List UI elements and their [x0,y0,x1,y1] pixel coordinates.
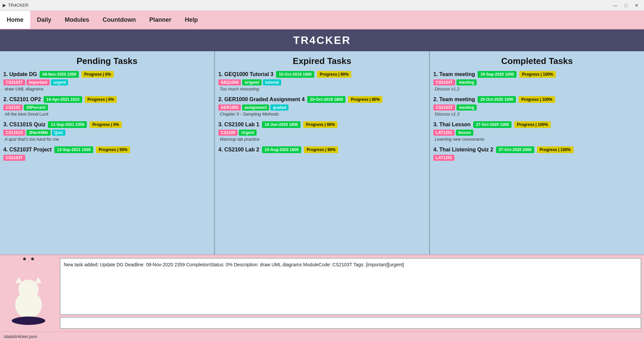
task-description: A quiz that's too hard for me [3,137,211,142]
task-column-0: Pending Tasks1. Update DG08-Nov-2020 235… [0,51,215,255]
tag: Quiz [52,130,65,136]
task-name: 2. GER1000 Graded Assignment 4 [218,96,305,103]
task-name: 4. CS2100 Lab 2 [218,147,259,153]
task-name: 1. Update DG [3,71,37,77]
progress-badge: Progress | 100% [519,71,556,78]
title-bar: ▶ TR4CKER — □ ✕ [0,0,644,11]
task-description: Chapter 3 - Sampling Methods [218,112,426,117]
task-name: 3. CS1101S Quiz [3,122,45,128]
tag-row: CS1101S2Hard4MeQuiz [3,130,211,136]
tag: CS2103T [433,105,455,111]
task-item: 2. GER1000 Graded Assignment 420-Oct-201… [218,96,426,117]
nav-item-countdown[interactable]: Countdown [96,11,143,29]
tag: CS2100 [218,130,237,136]
progress-badge: Progress | 80% [348,96,382,103]
minimize-button[interactable]: — [610,1,620,9]
task-description: Too much reasoning [218,86,426,91]
task-item: 1. Team meeting19-Sep-2020 1000Progress … [433,71,641,91]
deadline-badge: 10-Jun-2020 1800 [262,121,301,128]
tag: meeting [457,79,477,85]
tag-row: CS2103Tmeeting [433,105,641,111]
deadline-badge: 13-Sep-2021 1500 [54,146,93,153]
deadline-badge: 27-Oct-2020 2000 [496,146,534,153]
tag: CS2103T [433,79,455,85]
title-bar-app-name: TR4CKER [8,3,29,8]
app-title: TR4CKER [293,34,351,46]
task-item: 3. CS2100 Lab 110-Jun-2020 1800Progress … [218,121,426,142]
nav-item-modules[interactable]: Modules [58,11,96,29]
tag-row: CS2103T [3,155,211,161]
task-item: 4. CS2100 Lab 210-Aug-2020 1800Progress … [218,146,426,153]
tag-row: GER1000assignmentgraded [218,105,426,111]
nav-item-home[interactable]: Home [0,11,30,29]
close-button[interactable]: ✕ [632,1,641,9]
task-header-row: 4. CS2100 Lab 210-Aug-2020 1800Progress … [218,146,426,153]
task-item: 2. CS2101 OP214-Apr-2021 1010Progress | … [3,96,211,117]
tag: graded [270,105,288,111]
app-icon: ▶ [3,3,6,8]
main-content: Pending Tasks1. Update DG08-Nov-2020 235… [0,51,644,255]
task-description: Warmup lab practice [218,137,426,142]
task-header-row: 2. GER1000 Graded Assignment 420-Oct-201… [218,96,426,103]
column-body-0: 1. Update DG08-Nov-2020 2359Progress | 0… [0,70,214,255]
task-item: 3. Thai Lesson27-Oct-2020 1000Progress |… [433,121,641,142]
tag: 20Percent [24,105,48,111]
tag: GER1000 [218,105,241,111]
tag: CS1101S [3,130,25,136]
task-description: Learning new consonants [433,137,641,142]
task-name: 4. CS2103T Project [3,147,52,153]
tag: GEQ1000 [218,79,241,85]
mascot-ear-right [35,277,42,283]
tag: origami [242,79,261,85]
title-bar-controls: — □ ✕ [610,1,641,9]
deadline-badge: 10-Oct-2019 1800 [276,71,314,78]
column-header-0: Pending Tasks [0,51,214,70]
task-header-row: 3. CS2100 Lab 110-Jun-2020 1800Progress … [218,121,426,128]
tag-row: CS2103Tmeeting [433,79,641,85]
deadline-badge: 14-Apr-2021 1010 [44,96,82,103]
task-item: 2. Team meeting25-Oct-2020 1000Progress … [433,96,641,117]
column-body-2: 1. Team meeting19-Sep-2020 1000Progress … [430,70,644,255]
column-body-1: 1. GEQ1000 Tutorial 310-Oct-2019 1800Pro… [215,70,429,255]
log-area: New task added: Update DG Deadline: 08-N… [57,255,644,332]
task-item: 1. GEQ1000 Tutorial 310-Oct-2019 1800Pro… [218,71,426,91]
tag: Urgent [239,130,257,136]
task-header-row: 3. Thai Lesson27-Oct-2020 1000Progress |… [433,121,641,128]
nav-item-planner[interactable]: Planner [143,11,178,29]
title-bar-left: ▶ TR4CKER [3,3,29,8]
progress-badge: Progress | 0% [90,121,121,128]
progress-badge: Progress | 100% [537,146,574,153]
progress-badge: Progress | 90% [303,121,337,128]
progress-badge: Progress | 50% [96,146,130,153]
status-path: .\data\tr4cker.json [3,334,37,339]
mascot-area [0,255,57,332]
tag: urgent [51,79,68,85]
task-header-row: 4. Thai Listening Quiz 227-Oct-2020 2000… [433,146,641,153]
bottom-section: New task added: Update DG Deadline: 08-N… [0,255,644,332]
command-input[interactable] [60,317,641,329]
task-description: Discuss v1.2 [433,86,641,91]
column-header-2: Completed Tasks [430,51,644,70]
deadline-badge: 08-Nov-2020 2359 [40,71,79,78]
task-item: 1. Update DG08-Nov-2020 2359Progress | 0… [3,71,211,91]
task-name: 1. GEQ1000 Tutorial 3 [218,71,273,77]
task-name: 1. Team meeting [433,71,475,77]
task-description: draw UML diagrams [3,86,211,91]
log-box: New task added: Update DG Deadline: 08-N… [60,258,641,315]
deadline-badge: 11-Sep-2021 2359 [48,121,87,128]
task-name: 3. CS2100 Lab 1 [218,122,259,128]
task-column-2: Completed Tasks1. Team meeting19-Sep-202… [430,51,644,255]
task-item: 4. Thai Listening Quiz 227-Oct-2020 2000… [433,146,641,161]
maximize-button[interactable]: □ [621,1,631,9]
nav-item-daily[interactable]: Daily [30,11,58,29]
mascot [7,281,50,328]
tag-row: LAT1201 [433,155,641,161]
task-item: 4. CS2103T Project13-Sep-2021 1500Progre… [3,146,211,161]
tag: CS2103T [3,79,25,85]
tag: LAT1201 [433,155,454,161]
task-name: 2. CS2101 OP2 [3,96,41,103]
nav-item-help[interactable]: Help [178,11,205,29]
deadline-badge: 20-Oct-2019 1800 [307,96,345,103]
mascot-body [15,291,42,318]
tag-row: CS2103Timportanturgent [3,79,211,85]
